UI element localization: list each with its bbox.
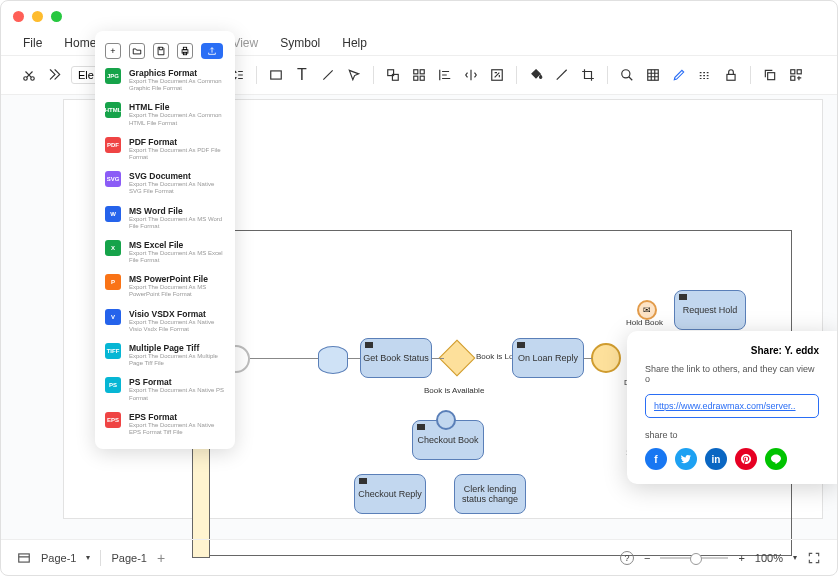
share-title: Share: Y. eddx <box>645 345 819 356</box>
lock-icon[interactable] <box>721 65 741 85</box>
msg-hold[interactable]: ✉ <box>637 300 657 320</box>
traffic-close[interactable] <box>13 11 24 22</box>
gateway-hold[interactable] <box>591 343 621 373</box>
print-icon[interactable] <box>177 43 193 59</box>
statusbar: Page-1 ▾ Page-1 + ? − + 100% ▾ <box>1 539 837 575</box>
export-item-1[interactable]: HTMLHTML FileExport The Document As Comm… <box>95 97 235 131</box>
pen-icon[interactable] <box>669 65 689 85</box>
svg-rect-20 <box>19 553 30 561</box>
export-head: + <box>95 39 235 63</box>
text-icon[interactable]: T <box>292 65 312 85</box>
export-item-4[interactable]: WMS Word FileExport The Document As MS W… <box>95 201 235 235</box>
page-tab[interactable]: Page-1 <box>111 552 146 564</box>
file-type-icon: JPG <box>105 68 121 84</box>
task-get-book-status[interactable]: Get Book Status <box>360 338 432 378</box>
share-line[interactable] <box>765 448 787 470</box>
export-item-8[interactable]: TIFFMultiple Page TiffExport The Documen… <box>95 338 235 372</box>
export-item-6[interactable]: PMS PowerPoint FileExport The Document A… <box>95 269 235 303</box>
zoom-slider[interactable] <box>660 557 728 559</box>
file-type-icon: HTML <box>105 102 121 118</box>
export-item-5[interactable]: XMS Excel FileExport The Document As MS … <box>95 235 235 269</box>
traffic-max[interactable] <box>51 11 62 22</box>
share-pinterest[interactable] <box>735 448 757 470</box>
grid-icon[interactable] <box>643 65 663 85</box>
zoom-in-button[interactable]: + <box>738 552 744 564</box>
share-linkedin[interactable]: in <box>705 448 727 470</box>
stroke-icon[interactable] <box>552 65 572 85</box>
task-on-loan-reply[interactable]: On Loan Reply <box>512 338 584 378</box>
menu-help[interactable]: Help <box>342 36 367 50</box>
svg-rect-11 <box>648 70 659 81</box>
cut-icon[interactable] <box>19 65 39 85</box>
edge <box>432 358 444 359</box>
pointer-icon[interactable] <box>344 65 364 85</box>
svg-point-10 <box>622 70 630 78</box>
svg-rect-15 <box>797 70 801 74</box>
svg-rect-18 <box>183 47 186 50</box>
traffic-min[interactable] <box>32 11 43 22</box>
svg-rect-8 <box>420 76 424 80</box>
share-facebook[interactable]: f <box>645 448 667 470</box>
fill-icon[interactable] <box>526 65 546 85</box>
copy-icon[interactable] <box>45 65 65 85</box>
group-icon[interactable] <box>383 65 403 85</box>
layer-icon[interactable] <box>409 65 429 85</box>
share-twitter[interactable] <box>675 448 697 470</box>
menu-symbol[interactable]: Symbol <box>280 36 320 50</box>
menu-home[interactable]: Home <box>64 36 96 50</box>
dup-icon[interactable] <box>760 65 780 85</box>
export-share-button[interactable] <box>201 43 223 59</box>
svg-rect-16 <box>791 76 795 80</box>
task-request-hold[interactable]: Request Hold <box>674 290 746 330</box>
social-row: f in <box>645 448 819 470</box>
svg-rect-5 <box>414 70 418 74</box>
fullscreen-icon[interactable] <box>807 551 821 565</box>
new-icon[interactable]: + <box>105 43 121 59</box>
label-hold-book: Hold Book <box>626 318 663 327</box>
file-type-icon: EPS <box>105 412 121 428</box>
page-selector[interactable]: Page-1 <box>41 552 76 564</box>
chevron-down-icon[interactable]: ▾ <box>793 553 797 562</box>
menu-view[interactable]: View <box>232 36 258 50</box>
flip-icon[interactable] <box>461 65 481 85</box>
save-icon[interactable] <box>153 43 169 59</box>
task-clerk[interactable]: Clerk lending status change <box>454 474 526 514</box>
chevron-down-icon[interactable]: ▾ <box>86 553 90 562</box>
file-type-icon: PDF <box>105 137 121 153</box>
export-item-7[interactable]: VVisio VSDX FormatExport The Document As… <box>95 304 235 338</box>
dash-icon[interactable] <box>695 65 715 85</box>
align-icon[interactable] <box>435 65 455 85</box>
file-type-icon: W <box>105 206 121 222</box>
menu-file[interactable]: File <box>23 36 42 50</box>
zoom-value: 100% <box>755 552 783 564</box>
crop-icon[interactable] <box>578 65 598 85</box>
export-item-9[interactable]: PSPS FormatExport The Document As Native… <box>95 372 235 406</box>
pages-icon[interactable] <box>17 551 31 565</box>
export-item-2[interactable]: PDFPDF FormatExport The Document As PDF … <box>95 132 235 166</box>
export-item-0[interactable]: JPGGraphics FormatExport The Document As… <box>95 63 235 97</box>
open-icon[interactable] <box>129 43 145 59</box>
export-item-10[interactable]: EPSEPS FormatExport The Document As Nati… <box>95 407 235 441</box>
file-type-icon: V <box>105 309 121 325</box>
export-menu: + JPGGraphics FormatExport The Document … <box>95 31 235 449</box>
zoom-out-button[interactable]: − <box>644 552 650 564</box>
zoom-icon[interactable] <box>617 65 637 85</box>
help-icon[interactable]: ? <box>620 551 634 565</box>
gateway-checkout[interactable] <box>436 410 456 430</box>
datastore[interactable] <box>318 346 348 374</box>
titlebar <box>1 1 837 31</box>
size-icon[interactable] <box>487 65 507 85</box>
svg-rect-14 <box>791 70 795 74</box>
share-link-input[interactable]: https://www.edrawmax.com/server.. <box>645 394 819 418</box>
file-type-icon: X <box>105 240 121 256</box>
line-icon[interactable] <box>318 65 338 85</box>
rect-icon[interactable] <box>266 65 286 85</box>
more-icon[interactable] <box>786 65 806 85</box>
share-to-label: share to <box>645 430 819 440</box>
file-type-icon: P <box>105 274 121 290</box>
edge <box>250 358 318 359</box>
add-page-button[interactable]: + <box>157 550 165 566</box>
export-item-3[interactable]: SVGSVG DocumentExport The Document As Na… <box>95 166 235 200</box>
task-checkout-reply[interactable]: Checkout Reply <box>354 474 426 514</box>
share-desc: Share the link to others, and they can v… <box>645 364 819 384</box>
